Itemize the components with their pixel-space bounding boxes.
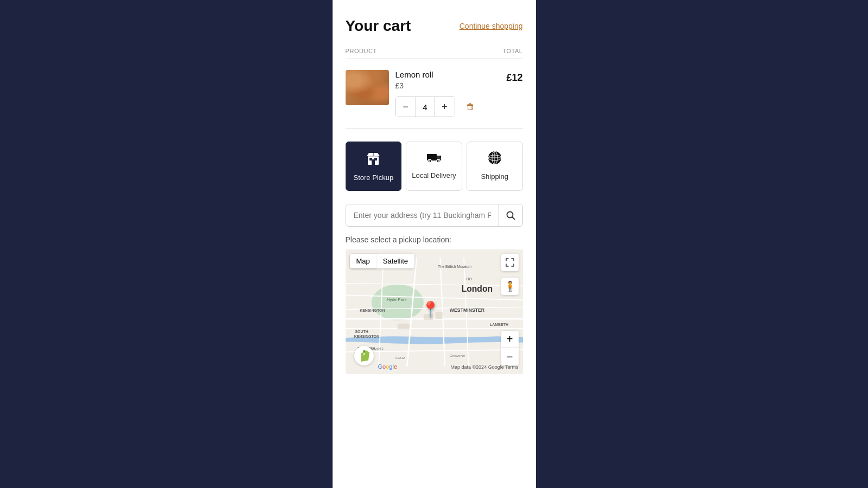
svg-rect-3: [374, 158, 377, 160]
delivery-option-shipping[interactable]: Shipping: [467, 142, 523, 191]
delivery-option-store-pickup[interactable]: Store Pickup: [346, 142, 402, 191]
shopify-logo: [354, 346, 374, 365]
quantity-increase-button[interactable]: +: [435, 97, 455, 117]
map-fullscreen-button[interactable]: [501, 254, 519, 271]
address-search-container: [346, 204, 523, 227]
quantity-control: − 4 +: [395, 97, 455, 117]
map-zoom-out-button[interactable]: −: [501, 348, 519, 365]
delete-item-button[interactable]: 🗑: [464, 100, 477, 114]
delivery-options: Store Pickup Local Delivery: [346, 142, 523, 191]
google-logo: Google: [378, 363, 398, 370]
continue-shopping-link[interactable]: Continue shopping: [459, 22, 523, 30]
page-title: Your cart: [346, 17, 411, 35]
product-info: Lemon roll £3 − 4 + 🗑: [395, 70, 500, 117]
product-column-header: PRODUCT: [346, 48, 377, 54]
map-tab-satellite[interactable]: Satellite: [376, 254, 414, 268]
product-image: [346, 70, 389, 105]
map-container[interactable]: Hyde Park KENSINGTON SOUTH KENSINGTON CH…: [346, 249, 523, 374]
svg-text:KENSINGTON: KENSINGTON: [354, 335, 379, 338]
pickup-location-label: Please select a pickup location:: [346, 235, 523, 244]
store-pickup-label: Store Pickup: [353, 174, 393, 182]
local-delivery-label: Local Delivery: [412, 171, 456, 179]
svg-text:SOUTH: SOUTH: [355, 330, 368, 333]
product-image-inner: [346, 70, 389, 105]
svg-text:KENSINGTON: KENSINGTON: [360, 309, 385, 312]
svg-rect-2: [369, 158, 372, 160]
svg-text:WESTMINSTER: WESTMINSTER: [449, 307, 484, 313]
delivery-option-local-delivery[interactable]: Local Delivery: [406, 142, 462, 191]
quantity-row: − 4 + 🗑: [395, 97, 500, 117]
quantity-decrease-button[interactable]: −: [396, 97, 416, 117]
cart-panel: Your cart Continue shopping PRODUCT TOTA…: [333, 0, 536, 488]
quantity-value: 4: [416, 97, 435, 117]
svg-text:Hyde Park: Hyde Park: [386, 297, 406, 302]
map-attribution: Map data ©2024 Google Terms: [450, 364, 518, 370]
svg-point-19: [371, 284, 423, 320]
svg-rect-45: [397, 324, 409, 329]
local-delivery-icon: [426, 151, 442, 167]
shipping-icon: [488, 151, 502, 168]
cart-header: Your cart Continue shopping: [346, 17, 523, 35]
search-icon: [506, 210, 515, 220]
svg-text:Grosvenor: Grosvenor: [449, 354, 464, 357]
table-header: PRODUCT TOTAL: [346, 48, 523, 59]
address-input[interactable]: [346, 204, 499, 226]
shipping-label: Shipping: [481, 172, 508, 181]
map-background: Hyde Park KENSINGTON SOUTH KENSINGTON CH…: [346, 249, 523, 374]
svg-point-9: [429, 160, 430, 162]
map-view-controls: Map Satellite: [350, 254, 415, 268]
product-name: Lemon roll: [395, 70, 500, 79]
product-total: £12: [506, 70, 522, 84]
svg-line-17: [513, 217, 515, 220]
svg-text:A3212: A3212: [395, 356, 405, 359]
svg-text:LAMBETH: LAMBETH: [489, 323, 508, 326]
map-streetview-button[interactable]: 🧍: [501, 278, 519, 295]
product-unit-price: £3: [395, 81, 500, 90]
map-tab-map[interactable]: Map: [350, 254, 376, 268]
map-zoom-in-button[interactable]: +: [501, 331, 519, 348]
svg-point-10: [438, 160, 439, 162]
svg-text:London: London: [461, 284, 493, 293]
product-row: Lemon roll £3 − 4 + 🗑 £12: [346, 59, 523, 129]
address-search-button[interactable]: [499, 204, 522, 226]
svg-text:HO: HO: [466, 277, 472, 281]
svg-point-16: [507, 212, 513, 218]
svg-text:The British Museum: The British Museum: [438, 265, 471, 268]
total-column-header: TOTAL: [502, 48, 522, 54]
map-location-pin: 📍: [421, 300, 440, 318]
store-pickup-icon: [366, 151, 381, 169]
